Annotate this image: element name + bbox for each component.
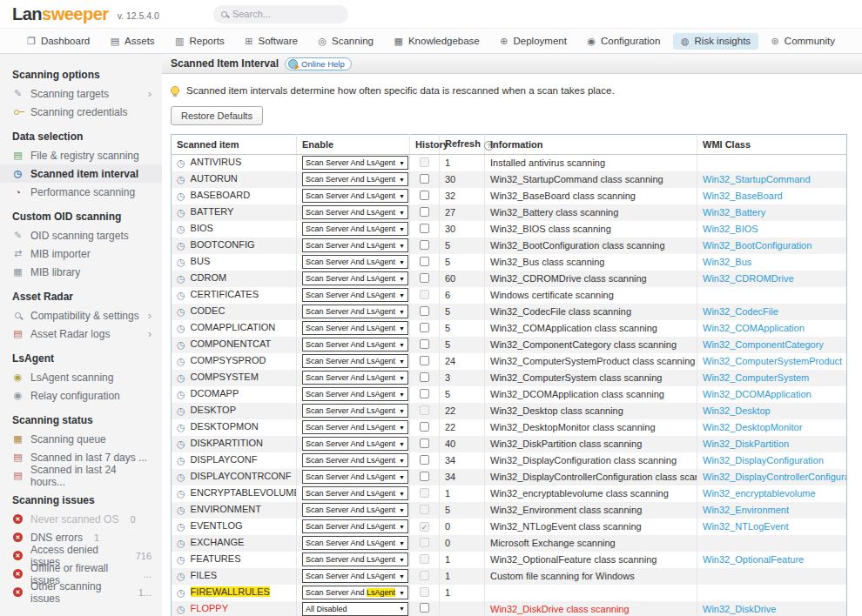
history-checkbox[interactable] <box>420 323 429 332</box>
nav-item-community[interactable]: ⊚Community <box>764 33 843 50</box>
nav-item-deployment[interactable]: ⊕Deployment <box>492 33 575 50</box>
enable-select[interactable]: All Disabled▼ <box>302 602 408 616</box>
enable-select[interactable]: Scan Server And LsAgent▼ <box>302 255 408 269</box>
sidebar-item-scanning-targets[interactable]: ✎Scanning targets› <box>0 84 162 103</box>
wmi-class-link[interactable]: Win32_Bus <box>703 257 751 267</box>
enable-select[interactable]: Scan Server And LsAgent▼ <box>302 470 408 484</box>
nav-item-dashboard[interactable]: ❐Dashboard <box>19 33 98 50</box>
enable-select[interactable]: Scan Server And LsAgent▼ <box>302 238 408 252</box>
sidebar-item-other-scanning-issues[interactable]: ✕Other scanning issues1... <box>0 583 162 601</box>
history-checkbox[interactable] <box>420 603 429 613</box>
nav-item-configuration[interactable]: ◉Configuration <box>579 33 668 50</box>
wmi-class-link[interactable]: Win32_ComputerSystem <box>703 372 809 383</box>
enable-select[interactable]: Scan Server And LsAgent▼ <box>302 486 408 500</box>
history-checkbox[interactable] <box>420 306 429 316</box>
sidebar-item-scanned-item-interval[interactable]: ◷Scanned item interval <box>0 164 162 183</box>
sidebar-item-compatibility-settings[interactable]: Compatibility & settings› <box>0 306 162 325</box>
wmi-class-link[interactable]: Win32_StartupCommand <box>703 174 811 184</box>
sidebar-item-never-scanned-os[interactable]: ✕Never scanned OS0 <box>0 510 162 528</box>
wmi-class-link[interactable]: Win32_ComputerSystemProduct <box>703 356 842 366</box>
sidebar-item-asset-radar-logs[interactable]: ▤Asset Radar logs› <box>0 325 162 343</box>
wmi-class-link[interactable]: Win32_CodecFile <box>703 306 778 317</box>
history-checkbox[interactable] <box>420 422 429 432</box>
wmi-class-link[interactable]: Win32_Battery <box>703 207 765 218</box>
nav-item-knowledgebase[interactable]: ▦Knowledgebase <box>387 33 488 50</box>
history-checkbox[interactable] <box>420 224 429 233</box>
enable-select[interactable]: Scan Server And LsAgent▼ <box>302 536 408 550</box>
history-checkbox[interactable] <box>420 240 429 250</box>
wmi-class-link[interactable]: Win32_encryptablevolume <box>703 488 816 499</box>
history-checkbox[interactable] <box>420 339 429 349</box>
enable-select[interactable]: Scan Server And LsAgent▼ <box>302 404 408 418</box>
nav-item-assets[interactable]: ▤Assets <box>103 33 163 50</box>
online-help-button[interactable]: Online Help <box>285 57 352 70</box>
wmi-class-link[interactable]: Win32_BaseBoard <box>703 191 783 201</box>
wmi-class-link[interactable]: Win32_DesktopMonitor <box>703 422 802 432</box>
enable-select[interactable]: Scan Server And LsAgent▼ <box>302 222 408 236</box>
nav-item-reports[interactable]: ▥Reports <box>167 33 232 50</box>
enable-select[interactable]: Scan Server And LsAgent▼ <box>302 552 408 566</box>
enable-select[interactable]: Scan Server And LsAgent▼ <box>302 271 408 285</box>
wmi-class-link[interactable]: Win32_BootConfiguration <box>703 240 811 251</box>
wmi-class-link[interactable]: Win32_COMApplication <box>703 323 805 333</box>
enable-select[interactable]: Scan Server And LsAgent▼ <box>302 420 408 434</box>
enable-select[interactable]: Scan Server And LsAgent▼ <box>302 354 408 368</box>
enable-select[interactable]: Scan Server And LsAgent▼ <box>302 453 408 467</box>
wmi-class-link[interactable]: Win32_DisplayConfiguration <box>703 455 824 465</box>
nav-item-software[interactable]: ⊞Software <box>237 33 306 50</box>
wmi-class-link[interactable]: Win32_ComponentCategory <box>703 339 824 350</box>
enable-select[interactable]: Scan Server And LsAgent▼ <box>302 569 408 583</box>
lansweeper-logo[interactable]: Lansweeper <box>12 4 109 24</box>
enable-select[interactable]: Scan Server And LsAgent▼ <box>302 437 408 451</box>
sidebar-item-file-registry-scanning[interactable]: ▤File & registry scanning <box>0 146 162 164</box>
history-checkbox[interactable] <box>420 191 429 200</box>
enable-select[interactable]: Scan Server And LsAgent▼ <box>302 321 408 335</box>
wmi-class-link[interactable]: Win32_BIOS <box>703 224 758 234</box>
sidebar-item-oid-scanning-targets[interactable]: ✎OID scanning targets <box>0 226 162 244</box>
sidebar-item-mib-importer[interactable]: ⇄MIB importer <box>0 244 162 263</box>
history-checkbox[interactable] <box>420 257 429 266</box>
sidebar-item-lsagent-scanning[interactable]: ◉LsAgent scanning <box>0 368 162 386</box>
wmi-class-link[interactable]: Win32_OptionalFeature <box>703 554 804 565</box>
sidebar-item-scanning-queue[interactable]: ▦Scanning queue <box>0 430 162 448</box>
nav-item-risk-insights[interactable]: ◍Risk insights <box>673 33 758 50</box>
enable-select[interactable]: Scan Server And LsAgent▼ <box>302 156 408 170</box>
history-checkbox[interactable] <box>420 455 429 465</box>
enable-select[interactable]: Scan Server And LsAgent▼ <box>302 338 408 352</box>
enable-select[interactable]: Scan Server And LsAgent▼ <box>302 189 408 203</box>
enable-select[interactable]: Scan Server And LsAgent▼ <box>302 172 408 186</box>
history-checkbox[interactable] <box>420 174 429 184</box>
sidebar-item-performance-scanning[interactable]: ◔Performance scanning <box>0 183 162 201</box>
enable-select[interactable]: Scan Server And LsAgent▼ <box>302 519 408 533</box>
history-checkbox[interactable] <box>420 389 429 398</box>
sidebar-item-relay-configuration[interactable]: ◉Relay configuration <box>0 386 162 405</box>
wmi-class-link[interactable]: Win32_DisplayControllerConfiguration <box>703 472 847 482</box>
wmi-class-link[interactable]: Win32_Environment <box>703 505 789 515</box>
enable-select[interactable]: Scan Server And LsAgent▼ <box>302 288 408 302</box>
search-input[interactable] <box>232 9 328 19</box>
history-checkbox[interactable] <box>420 356 429 365</box>
enable-select[interactable]: Scan Server And LsAgent▼ <box>302 586 408 599</box>
sidebar-item-mib-library[interactable]: ▦MIB library <box>0 263 162 281</box>
wmi-class-link[interactable]: Win32_NTLogEvent <box>703 521 788 532</box>
search-box[interactable] <box>213 5 348 23</box>
history-checkbox[interactable] <box>420 207 429 217</box>
wmi-class-link[interactable]: Win32_DiskPartition <box>703 439 789 449</box>
wmi-class-link[interactable]: Win32_DiskDrive <box>703 604 776 614</box>
enable-select[interactable]: Scan Server And LsAgent▼ <box>302 503 408 517</box>
restore-defaults-button[interactable]: Restore Defaults <box>171 106 263 125</box>
wmi-class-link[interactable]: Win32_DCOMApplication <box>703 389 811 399</box>
sidebar-item-scanned-last-24-hours[interactable]: ▤Scanned in last 24 hours... <box>0 466 162 485</box>
wmi-class-link[interactable]: Win32_Desktop <box>703 405 771 416</box>
history-checkbox[interactable] <box>420 472 429 481</box>
enable-select[interactable]: Scan Server And LsAgent▼ <box>302 305 408 318</box>
history-checkbox[interactable] <box>420 439 429 448</box>
history-checkbox[interactable] <box>420 273 429 283</box>
nav-item-scanning[interactable]: ◎Scanning <box>310 33 381 50</box>
sidebar-item-scanning-credentials[interactable]: Scanning credentials <box>0 103 162 121</box>
enable-select[interactable]: Scan Server And LsAgent▼ <box>302 387 408 401</box>
history-checkbox[interactable] <box>420 372 429 382</box>
enable-select[interactable]: Scan Server And LsAgent▼ <box>302 205 408 219</box>
wmi-class-link[interactable]: Win32_CDROMDrive <box>703 273 794 284</box>
enable-select[interactable]: Scan Server And LsAgent▼ <box>302 371 408 385</box>
